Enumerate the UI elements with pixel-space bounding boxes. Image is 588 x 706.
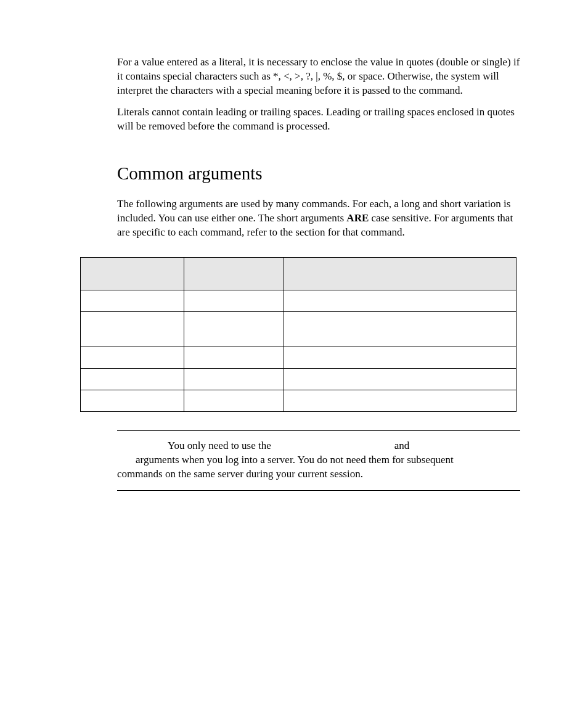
table-cell [284, 311, 516, 347]
table-header-cell [284, 257, 516, 290]
page: For a value entered as a literal, it is … [0, 0, 588, 491]
para3-bold: ARE [346, 212, 369, 224]
table-header-cell [184, 257, 284, 290]
table-cell [81, 368, 184, 390]
table-cell [81, 311, 184, 347]
table-cell [284, 368, 516, 390]
table-cell [184, 290, 284, 311]
arguments-table [80, 257, 517, 412]
table-header-cell [81, 257, 184, 290]
section-heading: Common arguments [80, 163, 520, 184]
table-cell [284, 290, 516, 311]
table-row [81, 290, 517, 311]
table-cell [284, 347, 516, 368]
note-line1: You only need to use theand [117, 438, 520, 453]
note-line3: commands on the same server during your … [117, 467, 520, 481]
table-cell [184, 311, 284, 347]
note-line1-a: You only need to use the [168, 440, 271, 451]
table-cell [81, 347, 184, 368]
table-cell [81, 390, 184, 411]
table-cell [184, 368, 284, 390]
note-box: You only need to use theand arguments wh… [117, 430, 520, 491]
table-cell [184, 347, 284, 368]
note-line1-b: and [394, 440, 410, 451]
table-row [81, 347, 517, 368]
paragraph-literals-spaces: Literals cannot contain leading or trail… [80, 105, 520, 134]
table-header-row [81, 257, 517, 290]
table-row [81, 390, 517, 411]
table-cell [284, 390, 516, 411]
note-line2: arguments when you log into a server. Yo… [117, 453, 520, 467]
paragraph-common-args: The following arguments are used by many… [80, 197, 520, 240]
arguments-table-wrap [80, 257, 520, 412]
table-row [81, 368, 517, 390]
note-text: You only need to use theand arguments wh… [117, 438, 520, 482]
table-row [81, 311, 517, 347]
paragraph-literals-quoting: For a value entered as a literal, it is … [80, 55, 520, 98]
table-cell [81, 290, 184, 311]
table-cell [184, 390, 284, 411]
